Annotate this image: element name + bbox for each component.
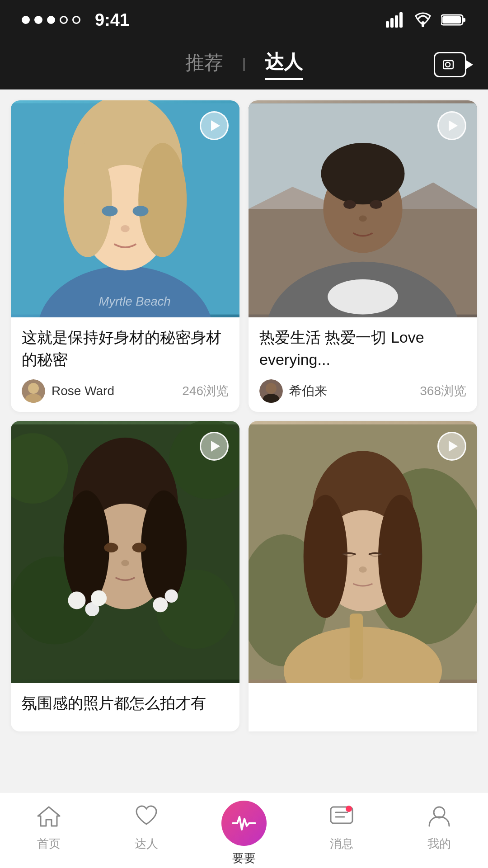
nav-daren[interactable]: 达人: [98, 801, 195, 852]
nav-home-label: 首页: [37, 836, 61, 852]
status-time: 9:41: [95, 10, 129, 30]
card-2-body: 热爱生活 热爱一切 Love everying... 希伯来: [249, 317, 477, 412]
bottom-nav: 首页 达人 要要 消息: [0, 792, 488, 868]
signal-dots: [22, 16, 80, 24]
svg-rect-3: [399, 12, 403, 28]
svg-point-35: [266, 383, 277, 394]
pulse-icon-wrap: [221, 801, 267, 846]
svg-point-21: [28, 383, 39, 394]
battery-icon: [441, 13, 466, 27]
svg-point-49: [91, 590, 107, 606]
card-2-author-name: 希伯来: [289, 382, 327, 400]
dot-5: [72, 16, 80, 24]
card-2-image: [249, 100, 477, 317]
svg-point-46: [141, 490, 187, 604]
svg-point-17: [138, 143, 187, 257]
camera-button-area[interactable]: [434, 52, 466, 77]
svg-point-63: [359, 566, 367, 573]
dot-1: [22, 16, 30, 24]
svg-rect-1: [390, 18, 394, 28]
card-1-author: Rose Ward: [22, 379, 114, 403]
card-1-avatar: [22, 379, 45, 403]
wifi-icon: [413, 12, 433, 28]
nav-message-label: 消息: [330, 836, 353, 852]
camera-icon[interactable]: [434, 52, 466, 77]
svg-point-53: [132, 542, 146, 552]
card-1-author-name: Rose Ward: [52, 384, 114, 398]
message-icon: [326, 801, 357, 831]
svg-point-31: [321, 143, 405, 204]
play-button-3[interactable]: [200, 432, 229, 461]
svg-point-20: [121, 225, 129, 232]
nav-home[interactable]: 首页: [0, 801, 98, 852]
svg-point-22: [25, 394, 42, 403]
svg-rect-7: [442, 16, 461, 24]
card-2[interactable]: 热爱生活 热爱一切 Love everying... 希伯来: [249, 100, 477, 412]
card-4-portrait: [249, 421, 477, 683]
card-2-meta: 希伯来 368浏览: [259, 379, 466, 403]
card-grid: Myrtle Beach: [11, 100, 477, 731]
svg-point-18: [102, 206, 117, 216]
dot-3: [47, 16, 55, 24]
nav-daren-label: 达人: [135, 836, 158, 852]
svg-rect-8: [443, 61, 453, 69]
nav-mine[interactable]: 我的: [390, 801, 488, 852]
card-3-portrait: [11, 421, 239, 683]
play-button-4[interactable]: [437, 432, 466, 461]
card-2-author: 希伯来: [259, 379, 327, 403]
svg-point-34: [359, 216, 367, 222]
card-3[interactable]: 氛围感的照片都怎么拍才有: [11, 421, 239, 731]
nav-yaoyao[interactable]: 要要: [195, 801, 293, 866]
svg-point-29: [328, 279, 398, 315]
svg-point-33: [370, 200, 382, 209]
play-button-2[interactable]: [437, 111, 466, 140]
content-area: Myrtle Beach: [0, 90, 488, 822]
svg-point-36: [263, 394, 279, 403]
card-1-image: Myrtle Beach: [11, 100, 239, 317]
card-3-title: 氛围感的照片都怎么拍才有: [22, 692, 229, 714]
nav-mine-label: 我的: [427, 836, 451, 852]
tab-daren[interactable]: 达人: [265, 49, 303, 80]
card-3-image: [11, 421, 239, 683]
svg-point-50: [153, 597, 168, 612]
pulse-icon: [231, 812, 257, 834]
svg-point-4: [422, 24, 424, 27]
user-icon: [424, 801, 455, 831]
card-3-body: 氛围感的照片都怎么拍才有: [11, 683, 239, 731]
svg-point-51: [165, 589, 178, 602]
svg-point-69: [346, 806, 352, 812]
svg-point-45: [64, 490, 109, 604]
status-right: [386, 12, 466, 28]
svg-rect-0: [386, 21, 389, 28]
card-1-body: 这就是保持好身材的秘密身材的秘密 Rose Ward: [11, 317, 239, 412]
card-1[interactable]: Myrtle Beach: [11, 100, 239, 412]
home-icon: [33, 801, 64, 831]
svg-point-54: [121, 560, 129, 566]
svg-text:Myrtle Beach: Myrtle Beach: [99, 294, 171, 308]
play-button-1[interactable]: [200, 111, 229, 140]
tab-divider: I: [241, 54, 247, 75]
card-1-views: 246浏览: [182, 382, 229, 400]
card-1-title: 这就是保持好身材的秘密身材的秘密: [22, 326, 229, 371]
svg-point-61: [304, 495, 347, 618]
dot-2: [34, 16, 42, 24]
nav-message[interactable]: 消息: [293, 801, 390, 852]
status-bar: 9:41: [0, 0, 488, 40]
card-2-views: 368浏览: [420, 382, 466, 400]
card-2-title: 热爱生活 热爱一切 Love everying...: [259, 326, 466, 371]
card-4[interactable]: [249, 421, 477, 731]
card-2-avatar: [259, 379, 283, 403]
svg-point-16: [64, 143, 112, 257]
svg-rect-2: [395, 15, 398, 28]
svg-point-52: [104, 542, 118, 552]
svg-point-62: [378, 495, 422, 618]
header-tabs: 推荐 I 达人: [185, 49, 303, 80]
tab-recommend[interactable]: 推荐: [185, 50, 223, 79]
status-left: 9:41: [22, 10, 129, 30]
header: 推荐 I 达人: [0, 40, 488, 90]
svg-point-9: [446, 62, 450, 67]
card-1-meta: Rose Ward 246浏览: [22, 379, 229, 403]
heart-icon: [131, 801, 162, 831]
svg-point-70: [434, 807, 445, 818]
svg-point-47: [68, 591, 86, 609]
